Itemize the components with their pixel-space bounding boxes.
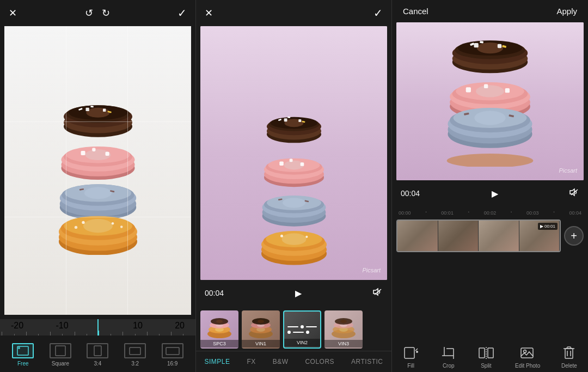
fill-icon-svg [403,346,419,359]
vin2-line-3 [293,332,304,333]
filter-confirm-button[interactable] [373,7,383,20]
free-crop-icon [12,343,34,358]
filter-close-button[interactable] [205,7,213,19]
svg-rect-42 [130,347,140,355]
svg-point-69 [283,198,305,208]
svg-rect-113 [498,44,501,48]
crop-option-16-9[interactable]: 16:9 [162,343,183,367]
svg-rect-120 [466,87,471,92]
apply-button[interactable]: Apply [556,7,577,16]
tool-fill[interactable]: Fill [402,345,420,369]
crop-top-bar [0,0,195,26]
svg-point-36 [74,226,77,229]
ruler-label-neg10: -10 [56,321,68,331]
svg-line-135 [415,349,418,351]
undo-button[interactable] [85,7,93,19]
svg-rect-122 [484,84,488,88]
filter-canvas: Picsart [200,26,387,280]
frame-inner-2 [438,221,479,251]
svg-rect-144 [488,348,493,358]
video-strip[interactable]: ▶ 00:01 [396,219,561,252]
svg-rect-9 [85,108,89,111]
video-timer: 00:04 [401,189,420,198]
filter-thumb-vin3[interactable]: VIN3 [324,310,363,349]
filter-image: Picsart [200,26,387,280]
filter-thumb-spc3[interactable]: SPC3 [200,310,238,349]
video-timer-bar: 00:04 ▶ [392,180,588,206]
video-play-button[interactable]: ▶ [486,185,504,202]
video-volume-button[interactable] [569,188,579,199]
crop-icon [440,345,457,361]
tool-edit-photo[interactable]: Edit Photo [515,345,540,369]
svg-point-35 [111,222,114,225]
ruler-mark-35 [87,334,87,336]
add-clip-button[interactable]: + [564,226,584,246]
delete-label: Delete [561,363,577,369]
tool-crop[interactable]: Crop [440,345,457,369]
tool-split[interactable]: Split [477,345,495,369]
vin2-circle-3 [306,331,309,334]
vin2-label: VIN2 [284,339,320,346]
svg-point-95 [258,320,264,323]
timeline-dot-4: • [553,210,554,216]
ruler-mark-25 [62,334,63,336]
crop-icon-svg [442,346,456,360]
tab-bw[interactable]: B&W [268,356,293,368]
ruler-center-mark [97,319,99,336]
svg-point-88 [216,320,223,323]
filter-play-button[interactable]: ▶ [290,284,307,302]
3-2-icon-svg [129,347,141,355]
crop-option-free[interactable]: Free [12,343,34,367]
timeline-label-2: 00:02 [484,210,497,216]
vin2-circle-2 [287,331,291,334]
rotation-ruler[interactable]: -20 -10 10 20 [0,319,195,336]
ruler-mark-65 [159,334,160,336]
edit-photo-icon-svg [520,346,535,359]
split-icon [477,345,495,361]
timeline-ruler: 00:00 • 00:01 • 00:02 • 00:03 • 00:04 [392,206,588,219]
svg-rect-41 [94,346,101,356]
tab-simple[interactable]: SIMPLE [200,356,234,368]
crop-close-button[interactable] [9,7,17,19]
filter-volume-button[interactable] [373,288,383,298]
tool-delete[interactable]: Delete [560,345,578,369]
crop-tool-label: Crop [443,363,455,369]
3-4-icon-svg [94,345,102,356]
svg-line-152 [567,347,567,349]
svg-rect-19 [92,148,95,151]
timeline-label-1: 00:01 [441,210,454,216]
crop-option-3-2[interactable]: 3:2 [124,343,146,367]
ruler-mark-10 [26,332,27,336]
svg-point-78 [280,235,283,237]
3-2-crop-icon [124,343,146,358]
timeline-dot-3: • [511,210,512,216]
svg-rect-40 [56,346,65,356]
filter-thumb-vin2[interactable]: VIN2 [283,310,321,349]
video-volume-icon-svg [569,188,579,197]
crop-confirm-button[interactable] [177,7,187,20]
redo-button[interactable] [102,7,110,19]
edit-photo-icon [519,345,536,361]
svg-rect-111 [480,41,483,43]
ruler-mark-40 [99,331,99,336]
tab-colors[interactable]: COLORS [301,356,339,368]
svg-point-147 [524,350,526,353]
svg-point-39 [18,347,20,349]
crop-option-3-4[interactable]: 3:4 [87,343,108,367]
tab-artistic[interactable]: ARTISTIC [347,356,387,368]
fill-label: Fill [407,363,414,369]
filter-thumb-vin1[interactable]: VIN1 [242,310,280,349]
ruler-mark-60 [147,332,148,336]
crop-canvas [4,26,191,315]
tab-fx[interactable]: FX [242,356,260,368]
svg-point-128 [474,111,505,125]
video-frame-3 [479,221,519,251]
video-editor-panel: Cancel Apply [392,0,588,372]
cancel-button[interactable]: Cancel [403,7,428,16]
svg-rect-149 [565,349,573,358]
timeline-dot-2: • [468,210,469,216]
filter-timer-bar: 00:04 ▶ [196,280,391,306]
svg-rect-17 [81,151,85,155]
16-9-crop-icon [162,343,183,358]
crop-option-square[interactable]: Square [50,343,71,367]
